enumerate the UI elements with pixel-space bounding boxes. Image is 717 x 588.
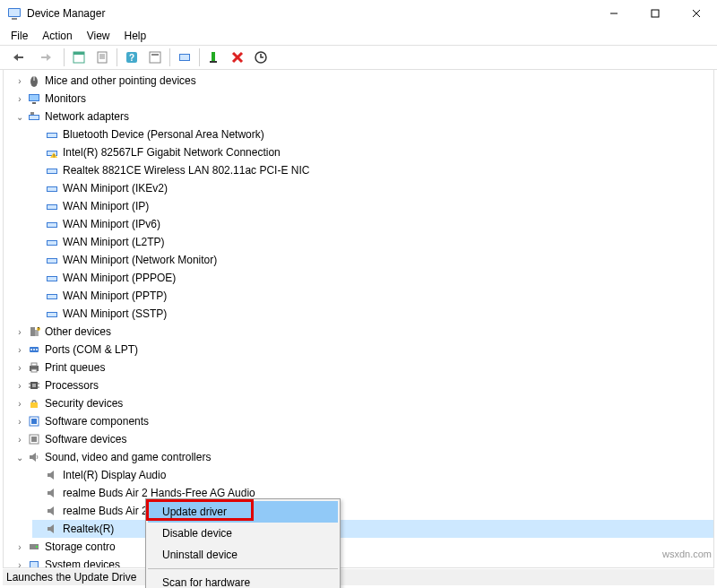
tree-node-net-item[interactable]: WAN Miniport (IP) [32,197,713,215]
svg-rect-10 [73,52,84,55]
tree-label: System devices [45,558,120,568]
properties-button[interactable] [91,47,113,68]
menu-help[interactable]: Help [117,28,154,44]
device-tree[interactable]: ›Mice and other pointing devices ›Monito… [3,70,714,568]
tree-node-network-adapters[interactable]: ⌄Network adapters [14,108,713,125]
svg-rect-2 [12,18,17,20]
tree-node-net-item[interactable]: WAN Miniport (IKEv2) [32,179,713,197]
tree-node-software-components[interactable]: ›Software components [14,412,713,430]
svg-text:?: ? [129,53,134,63]
close-button[interactable] [676,0,717,27]
tree-node-realtek-selected[interactable]: Realtek(R) [32,520,713,538]
tree-label: Bluetooth Device (Personal Area Network) [63,128,264,141]
svg-point-64 [36,349,38,350]
network-adapter-icon [45,271,59,285]
tree-node-net-item[interactable]: Realtek 8821CE Wireless LAN 802.11ac PCI… [32,161,713,179]
storage-icon [27,540,41,554]
tree-label: Ports (COM & LPT) [45,343,138,356]
tree-node-monitors[interactable]: ›Monitors [14,90,713,108]
menubar: File Action View Help [0,27,717,45]
menu-file[interactable]: File [4,28,35,44]
speaker-icon [45,468,59,482]
menu-action[interactable]: Action [35,28,79,44]
scan-hardware-button[interactable] [174,47,195,68]
monitor-icon [27,91,41,106]
show-hide-console-button[interactable] [68,47,90,68]
svg-rect-21 [212,52,215,61]
tree-label: Intel(R) Display Audio [63,469,166,481]
context-menu-update-driver[interactable]: Update driver [148,501,338,523]
svg-rect-44 [48,205,56,209]
tree-node-net-item[interactable]: WAN Miniport (Network Monitor) [32,251,713,269]
network-adapter-icon [45,235,59,249]
tree-node-processors[interactable]: ›Processors [14,376,713,394]
software-device-icon [27,432,41,446]
svg-rect-46 [48,223,56,227]
tree-node-net-item[interactable]: WAN Miniport (SSTP) [32,305,713,323]
svg-rect-69 [32,384,36,387]
help-button[interactable]: ? [121,47,143,68]
network-adapter-warning-icon: ! [45,145,59,160]
ports-icon [27,342,41,357]
tree-label: WAN Miniport (PPPOE) [63,272,176,284]
tree-node-net-item[interactable]: WAN Miniport (PPPOE) [32,269,713,287]
context-menu-scan-hardware[interactable]: Scan for hardware changes [148,572,338,588]
svg-rect-57 [30,327,35,336]
svg-rect-32 [30,116,39,119]
context-menu-disable-device[interactable]: Disable device [148,523,338,544]
svg-rect-1 [9,9,20,16]
action-button[interactable] [144,47,166,68]
tree-node-audio-item[interactable]: realme Buds Air 2 Stereo [32,502,713,520]
svg-rect-22 [210,61,217,63]
maximize-button[interactable] [635,0,676,27]
tree-node-net-item[interactable]: !Intel(R) 82567LF Gigabit Network Connec… [32,143,713,161]
tree-node-security-devices[interactable]: ›Security devices [14,394,713,412]
uninstall-button[interactable] [227,47,248,68]
context-menu-separator [148,568,338,569]
tree-node-ports[interactable]: ›Ports (COM & LPT) [14,341,713,359]
svg-rect-7 [18,56,23,58]
context-menu: Update driver Disable device Uninstall d… [145,498,341,588]
network-adapter-icon [45,181,59,195]
svg-rect-18 [151,54,159,56]
tree-label: Mice and other pointing devices [45,74,196,87]
tree-node-audio-item[interactable]: Intel(R) Display Audio [32,466,713,484]
mouse-icon [27,74,41,88]
tree-node-software-devices[interactable]: ›Software devices [14,430,713,448]
back-button[interactable] [4,47,31,68]
menu-view[interactable]: View [80,28,117,44]
tree-node-net-item[interactable]: WAN Miniport (IPv6) [32,215,713,233]
forward-button[interactable] [33,47,60,68]
tree-label: WAN Miniport (L2TP) [63,236,165,248]
update-driver-button[interactable] [250,47,272,68]
tree-node-storage[interactable]: ›Storage contro [14,538,713,556]
tree-label: Print queues [45,361,105,374]
tree-label: WAN Miniport (Network Monitor) [63,254,217,266]
speaker-icon [45,504,59,518]
minimize-button[interactable] [593,0,635,27]
tree-node-print-queues[interactable]: ›Print queues [14,359,713,376]
svg-rect-17 [150,52,160,63]
window-title: Device Manager [27,7,105,20]
tree-label: Realtek 8821CE Wireless LAN 802.11ac PCI… [63,164,309,177]
status-bar: Launches the Update Drive [3,569,714,585]
svg-rect-78 [31,437,37,442]
printer-icon [27,360,41,375]
tree-label: WAN Miniport (SSTP) [63,307,167,320]
system-device-icon [27,558,41,568]
tree-node-net-item[interactable]: Bluetooth Device (Personal Area Network) [32,125,713,143]
network-adapter-icon [27,109,41,124]
tree-node-audio-item[interactable]: realme Buds Air 2 Hands-Free AG Audio [32,484,713,502]
svg-point-80 [36,546,38,548]
context-menu-uninstall-device[interactable]: Uninstall device [148,544,338,566]
titlebar: Device Manager [0,0,717,27]
svg-rect-11 [98,52,107,63]
tree-node-other-devices[interactable]: ›?Other devices [14,323,713,341]
enable-button[interactable] [203,47,225,68]
tree-node-sound[interactable]: ⌄Sound, video and game controllers [14,448,713,466]
tree-node-net-item[interactable]: WAN Miniport (L2TP) [32,233,713,251]
tree-node-system-devices[interactable]: ›System devices [14,556,713,568]
tree-node-net-item[interactable]: WAN Miniport (PPTP) [32,287,713,305]
tree-node-mice[interactable]: ›Mice and other pointing devices [14,72,713,90]
software-component-icon [27,414,41,428]
